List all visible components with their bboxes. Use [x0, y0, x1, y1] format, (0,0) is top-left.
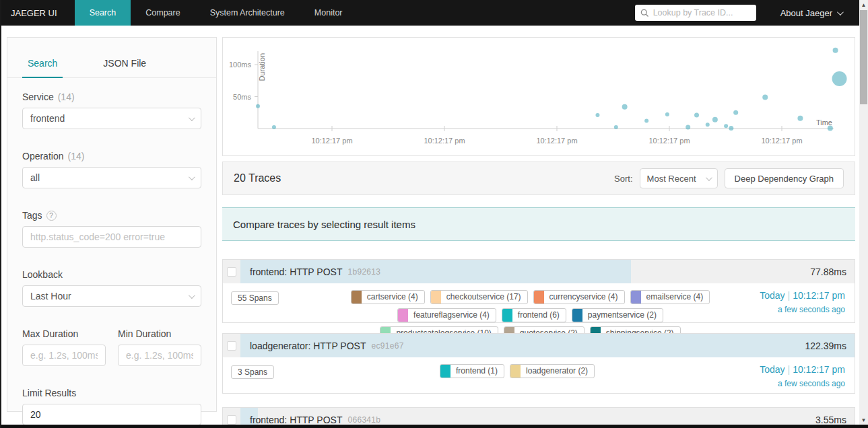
- service-badge: featureflagservice (4): [397, 308, 496, 322]
- service-color-swatch: [510, 365, 521, 378]
- trace-result-item[interactable]: frontend: HTTP POST 1b92613 77.88ms 55 S…: [222, 259, 855, 323]
- operation-select[interactable]: all: [22, 167, 201, 188]
- min-duration-input[interactable]: [126, 350, 193, 361]
- lookback-select-value: Last Hour: [30, 291, 71, 301]
- about-jaeger-menu[interactable]: About Jaeger: [780, 8, 842, 18]
- tags-label: Tags ?: [22, 210, 201, 221]
- navbar-right: About Jaeger: [635, 0, 861, 26]
- y-tick-label: 50ms: [233, 93, 251, 101]
- service-badge-label: frontend (6): [512, 309, 566, 322]
- service-color-swatch: [440, 365, 450, 378]
- service-color-swatch: [431, 291, 441, 304]
- service-select[interactable]: frontend: [22, 108, 201, 129]
- duration-scatter-card: 100ms50ms10:12:17 pm10:12:17 pm10:12:17 …: [222, 37, 855, 156]
- trace-scatter-point[interactable]: [622, 104, 628, 110]
- trace-scatter-point[interactable]: [762, 94, 768, 100]
- trace-scatter-point[interactable]: [729, 126, 733, 131]
- service-color-swatch: [631, 291, 641, 304]
- trace-scatter-point[interactable]: [686, 125, 690, 130]
- operation-label-text: Operation: [22, 151, 63, 162]
- x-tick-label: 10:12:17 pm: [311, 137, 352, 145]
- trace-scatter-point[interactable]: [724, 124, 728, 128]
- service-badge-label: emailservice (4): [641, 291, 710, 304]
- nav-item-monitor[interactable]: Monitor: [300, 0, 358, 26]
- lookback-select[interactable]: Last Hour: [22, 285, 201, 307]
- search-form: Service (14) frontend Operation (14) all…: [7, 92, 216, 428]
- service-label-text: Service: [22, 92, 54, 102]
- scrollbar-thumb[interactable]: [860, 10, 867, 104]
- nav-items: SearchCompareSystem ArchitectureMonitor: [75, 0, 358, 26]
- trace-result-item[interactable]: loadgenerator: HTTP POST ec91e67 122.39m…: [222, 333, 855, 394]
- max-duration-input[interactable]: [30, 350, 98, 361]
- trace-scatter-point[interactable]: [832, 71, 847, 86]
- trace-scatter-point[interactable]: [706, 122, 710, 127]
- limit-results-input[interactable]: [30, 409, 193, 420]
- service-badge: cartservice (4): [351, 290, 425, 304]
- trace-scatter-point[interactable]: [665, 112, 669, 116]
- trace-scatter-point[interactable]: [694, 113, 699, 118]
- y-tick-label: 100ms: [229, 61, 252, 69]
- trace-checkbox[interactable]: [227, 267, 236, 277]
- search-sidebar: Search JSON File Service (14) frontend O…: [7, 37, 217, 412]
- trace-scatter-point[interactable]: [272, 125, 276, 129]
- trace-scatter-point[interactable]: [712, 117, 718, 122]
- vertical-scrollbar[interactable]: ▲ ▼: [859, 0, 868, 425]
- trace-checkbox[interactable]: [227, 341, 236, 351]
- sidebar-tabs: Search JSON File: [7, 50, 216, 78]
- compare-banner: Compare traces by selecting result items: [222, 207, 855, 241]
- trace-scatter-point[interactable]: [797, 116, 803, 121]
- chevron-down-icon: [189, 292, 195, 299]
- service-badge-label: frontend (1): [450, 365, 504, 378]
- service-badge: emailservice (4): [630, 290, 710, 304]
- tab-search[interactable]: Search: [22, 50, 63, 77]
- trace-title[interactable]: frontend: HTTP POST: [250, 266, 342, 277]
- service-badge-label: featureflagservice (4): [408, 309, 496, 322]
- service-badge: currencyservice (4): [533, 290, 625, 304]
- scroll-down-arrow[interactable]: ▼: [859, 415, 868, 425]
- separator: |: [785, 290, 793, 301]
- scroll-up-arrow[interactable]: ▲: [859, 0, 868, 9]
- lookback-label-text: Lookback: [22, 269, 63, 280]
- span-count-badge: 55 Spans: [231, 291, 279, 305]
- deep-dependency-graph-button[interactable]: Deep Dependency Graph: [725, 168, 844, 188]
- main-content: 100ms50ms10:12:17 pm10:12:17 pm10:12:17 …: [222, 0, 855, 428]
- x-tick-label: 10:12:17 pm: [761, 137, 802, 145]
- search-icon: [640, 9, 649, 17]
- trace-scatter-point[interactable]: [828, 126, 833, 131]
- tags-input[interactable]: [30, 231, 193, 242]
- trace-scatter-point[interactable]: [733, 110, 738, 115]
- help-icon[interactable]: ?: [46, 211, 57, 221]
- trace-header: loadgenerator: HTTP POST ec91e67 122.39m…: [223, 334, 855, 357]
- tab-json-file[interactable]: JSON File: [98, 50, 152, 77]
- service-badge-label: checkoutservice (17): [441, 291, 527, 304]
- app-brand[interactable]: JAEGER UI: [1, 0, 75, 26]
- trace-scatter-point[interactable]: [256, 104, 260, 108]
- x-tick-label: 10:12:17 pm: [536, 137, 577, 145]
- max-duration-label: Max Duration: [22, 328, 106, 339]
- service-badge: paymentservice (2): [572, 308, 663, 322]
- service-badges: frontend (1)loadgenerator (2): [332, 364, 729, 388]
- sort-select[interactable]: Most Recent: [640, 168, 718, 188]
- trace-relative-time: a few seconds ago: [729, 305, 845, 314]
- trace-scatter-point[interactable]: [595, 113, 599, 117]
- trace-scatter-point[interactable]: [614, 125, 618, 129]
- nav-item-search[interactable]: Search: [75, 0, 131, 26]
- trace-header: frontend: HTTP POST 1b92613 77.88ms: [223, 260, 855, 283]
- trace-lookup-input[interactable]: [653, 8, 751, 17]
- trace-id: 066341b: [347, 415, 380, 425]
- trace-time: 10:12:17 pm: [793, 364, 845, 375]
- trace-checkbox[interactable]: [227, 415, 236, 425]
- trace-title[interactable]: loadgenerator: HTTP POST: [250, 341, 366, 351]
- max-duration-wrap: [22, 345, 106, 366]
- trace-lookup-box: [635, 5, 756, 21]
- nav-item-system-architecture[interactable]: System Architecture: [195, 0, 300, 26]
- about-jaeger-label: About Jaeger: [780, 8, 832, 18]
- chevron-down-icon: [189, 114, 195, 121]
- nav-item-compare[interactable]: Compare: [131, 0, 195, 26]
- trace-scatter-point[interactable]: [833, 48, 838, 53]
- sort-label: Sort:: [614, 174, 632, 184]
- trace-scatter-point[interactable]: [644, 119, 648, 123]
- trace-title[interactable]: frontend: HTTP POST: [250, 415, 342, 425]
- max-duration-label-text: Max Duration: [22, 328, 78, 339]
- chevron-down-icon: [837, 9, 844, 15]
